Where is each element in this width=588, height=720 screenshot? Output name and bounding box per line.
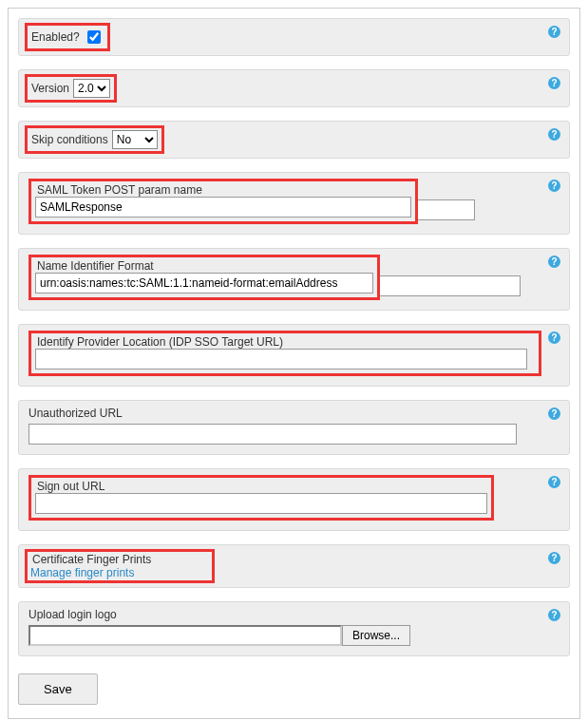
- highlight-version: Version 2.0: [25, 74, 117, 103]
- unauth-label: Unauthorized URL: [28, 407, 560, 420]
- idp-input[interactable]: [35, 349, 527, 369]
- svg-text:?: ?: [551, 180, 557, 191]
- help-icon[interactable]: ?: [547, 127, 561, 142]
- unauth-input[interactable]: [28, 424, 517, 445]
- highlight-name-id: Name Identifier Format: [28, 255, 380, 300]
- saml-token-input[interactable]: [35, 197, 411, 218]
- enabled-label: Enabled?: [29, 30, 80, 44]
- highlight-cert: Certificate Finger Prints Manage finger …: [25, 549, 215, 583]
- help-icon[interactable]: ?: [547, 331, 561, 345]
- svg-text:?: ?: [551, 477, 557, 487]
- section-idp: Identify Provider Location (IDP SSO Targ…: [18, 324, 570, 387]
- version-label: Version: [29, 82, 69, 95]
- idp-label: Identify Provider Location (IDP SSO Targ…: [35, 335, 535, 349]
- help-icon[interactable]: ?: [547, 475, 561, 489]
- signout-label: Sign out URL: [35, 480, 487, 493]
- logo-file-path: [28, 625, 342, 646]
- save-button[interactable]: Save: [18, 673, 98, 705]
- svg-text:?: ?: [551, 27, 557, 37]
- manage-fingerprints-link[interactable]: Manage finger prints: [30, 566, 134, 579]
- svg-text:?: ?: [551, 78, 557, 88]
- cert-label: Certificate Finger Prints: [30, 553, 209, 566]
- highlight-enabled: Enabled?: [25, 23, 110, 51]
- skip-conditions-select[interactable]: No: [112, 130, 158, 149]
- svg-text:?: ?: [551, 332, 557, 343]
- name-id-label: Name Identifier Format: [35, 259, 373, 273]
- saml-token-input-extra[interactable]: [418, 199, 475, 220]
- help-icon[interactable]: ?: [547, 608, 561, 622]
- highlight-signout: Sign out URL: [28, 475, 494, 521]
- help-icon[interactable]: ?: [547, 551, 561, 565]
- help-icon[interactable]: ?: [547, 25, 561, 39]
- section-logo: Upload login logo Browse... ?: [18, 601, 570, 656]
- section-unauth: Unauthorized URL ?: [18, 400, 570, 455]
- section-cert: Certificate Finger Prints Manage finger …: [18, 544, 570, 588]
- section-saml-token: SAML Token POST param name ?: [18, 172, 570, 235]
- help-icon[interactable]: ?: [547, 407, 561, 421]
- help-icon[interactable]: ?: [547, 76, 561, 90]
- enabled-checkbox[interactable]: [87, 30, 101, 44]
- saml-settings-panel: Enabled? ? Version 2.0 ? Skip conditions…: [8, 8, 580, 719]
- name-id-input[interactable]: [35, 273, 373, 294]
- svg-text:?: ?: [551, 553, 557, 563]
- signout-input[interactable]: [35, 493, 487, 514]
- svg-text:?: ?: [551, 610, 557, 620]
- skip-conditions-label: Skip conditions: [29, 133, 108, 146]
- browse-button[interactable]: Browse...: [342, 625, 410, 646]
- section-enabled: Enabled? ?: [18, 18, 570, 56]
- name-id-input-extra[interactable]: [380, 275, 521, 296]
- help-icon[interactable]: ?: [547, 255, 561, 269]
- help-icon[interactable]: ?: [547, 179, 561, 193]
- logo-label: Upload login logo: [28, 608, 560, 621]
- svg-text:?: ?: [551, 256, 557, 267]
- highlight-idp: Identify Provider Location (IDP SSO Targ…: [28, 331, 541, 376]
- svg-text:?: ?: [551, 129, 557, 140]
- section-name-id: Name Identifier Format ?: [18, 248, 570, 311]
- section-version: Version 2.0 ?: [18, 69, 570, 107]
- svg-text:?: ?: [551, 408, 557, 419]
- saml-token-label: SAML Token POST param name: [35, 183, 411, 197]
- section-skip-conditions: Skip conditions No ?: [18, 121, 570, 159]
- highlight-saml-token: SAML Token POST param name: [28, 179, 418, 224]
- highlight-skip-conditions: Skip conditions No: [25, 125, 164, 154]
- section-signout: Sign out URL ?: [18, 468, 570, 531]
- version-select[interactable]: 2.0: [73, 79, 110, 98]
